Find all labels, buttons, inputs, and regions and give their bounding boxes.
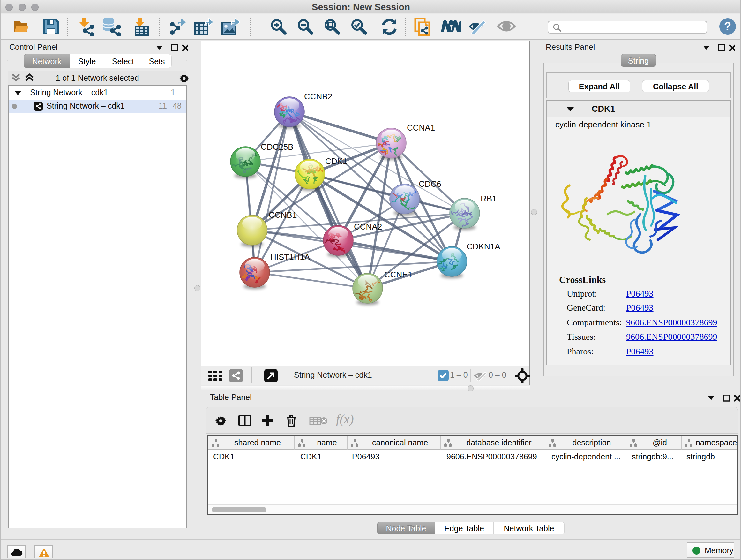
svg-text:CDC6: CDC6 bbox=[419, 179, 441, 189]
svg-text:CCNB1: CCNB1 bbox=[269, 210, 297, 220]
svg-text:CCNE1: CCNE1 bbox=[384, 270, 412, 279]
svg-text:CCNA1: CCNA1 bbox=[407, 123, 435, 132]
svg-text:CDC25B: CDC25B bbox=[261, 142, 293, 152]
svg-text:CDKN1A: CDKN1A bbox=[467, 242, 500, 251]
svg-text:CDK1: CDK1 bbox=[325, 157, 347, 166]
svg-text:CCNA2: CCNA2 bbox=[354, 222, 382, 232]
svg-text:CCNB2: CCNB2 bbox=[304, 91, 332, 101]
svg-text:HIST1H1A: HIST1H1A bbox=[270, 252, 310, 262]
svg-text:RB1: RB1 bbox=[481, 194, 497, 203]
